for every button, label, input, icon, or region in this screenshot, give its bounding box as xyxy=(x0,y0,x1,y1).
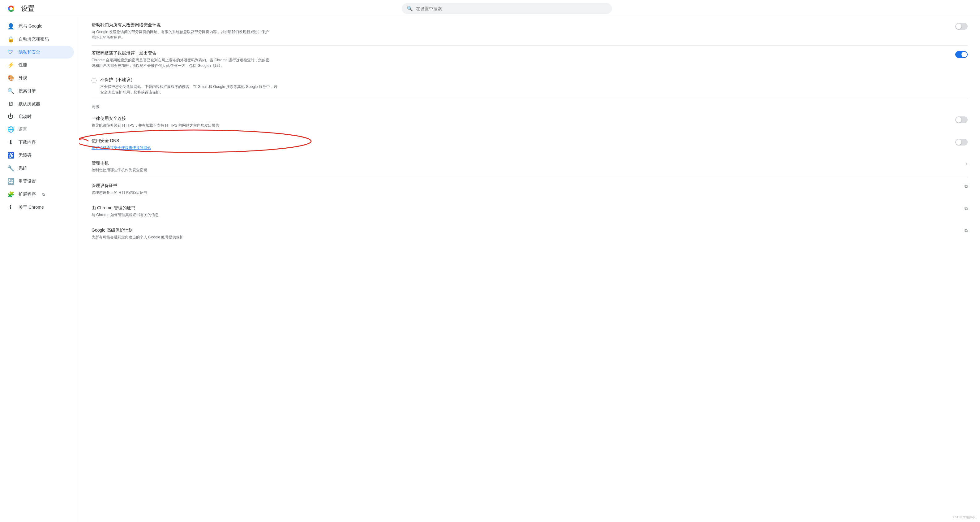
sidebar-item-appearance[interactable]: 🎨 外观 xyxy=(0,72,74,85)
sidebar: 👤 您与 Google 🔒 自动填充和密码 🛡 隐私和安全 ⚡ 性能 🎨 外观 … xyxy=(0,18,79,522)
secure-dns-desc: 确定如何通过安全连接来连接到网站 xyxy=(92,145,271,150)
network-security-title: 帮助我们为所有人改善网络安全环境 xyxy=(92,22,949,28)
secure-dns-title: 使用安全 DNS xyxy=(92,138,949,144)
sidebar-item-profile[interactable]: 👤 您与 Google xyxy=(0,20,74,33)
sidebar-item-languages[interactable]: 🌐 语言 xyxy=(0,123,74,136)
sidebar-label-system: 系统 xyxy=(19,166,27,171)
sidebar-icon-appearance: 🎨 xyxy=(8,75,14,81)
chrome-certs-desc: 与 Chrome 如何管理其根证书有关的信息 xyxy=(92,212,271,218)
sidebar-icon-extensions: 🧩 xyxy=(8,191,14,198)
search-bar: 🔍 xyxy=(402,3,612,14)
secure-dns-toggle[interactable] xyxy=(955,139,967,145)
no-protection-radio[interactable] xyxy=(92,78,97,83)
manage-certs-title: 管理设备证书 xyxy=(92,183,958,188)
sidebar-item-accessibility[interactable]: ♿ 无障碍 xyxy=(0,149,74,162)
https-only-toggle[interactable] xyxy=(955,117,967,123)
content-wrapper: 帮助我们为所有人改善网络安全环境 向 Google 发送您访问的部分网页的网址、… xyxy=(92,18,967,245)
sidebar-icon-performance: ⚡ xyxy=(8,62,14,69)
password-breach-title: 若密码遭遇了数据泄露，发出警告 xyxy=(92,51,949,56)
sidebar-label-downloads: 下载内容 xyxy=(19,140,36,145)
google-protection-desc: 为所有可能会遭到定向攻击的个人 Google 账号提供保护 xyxy=(92,235,271,240)
network-security-row: 帮助我们为所有人改善网络安全环境 向 Google 发送您访问的部分网页的网址、… xyxy=(92,18,967,46)
sidebar-item-reset[interactable]: 🔄 重置设置 xyxy=(0,175,74,188)
chrome-certs-title: 由 Chrome 管理的证书 xyxy=(92,205,958,211)
sidebar-item-autofill[interactable]: 🔒 自动填充和密码 xyxy=(0,33,74,46)
sidebar-label-extensions: 扩展程序 xyxy=(19,192,36,197)
sidebar-item-system[interactable]: 🔧 系统 xyxy=(0,162,74,175)
search-input[interactable] xyxy=(416,6,607,11)
svg-point-3 xyxy=(10,7,13,10)
sidebar-label-performance: 性能 xyxy=(19,62,27,68)
manage-phone-title: 管理手机 xyxy=(92,160,960,166)
sidebar-icon-languages: 🌐 xyxy=(8,126,14,133)
no-protection-row: 不保护（不建议） 不会保护您免受危险网站、下载内容和扩展程序的侵害。在 Gmai… xyxy=(92,73,967,99)
https-only-desc: 将导航路径升级到 HTTPS，并在加载不支持 HTTPS 的网站之前向您发出警告 xyxy=(92,123,271,128)
sidebar-label-reset: 重置设置 xyxy=(19,179,36,184)
manage-certs-external-icon: ⧉ xyxy=(964,184,967,189)
content-area: 帮助我们为所有人改善网络安全环境 向 Google 发送您访问的部分网页的网址、… xyxy=(79,18,980,522)
sidebar-label-about: 关于 Chrome xyxy=(19,205,44,210)
sidebar-item-startup[interactable]: ⏻ 启动时 xyxy=(0,110,74,123)
google-protection-row[interactable]: Google 高级保护计划 为所有可能会遭到定向攻击的个人 Google 账号提… xyxy=(92,223,967,245)
sidebar-icon-autofill: 🔒 xyxy=(8,36,14,43)
sidebar-label-default-browser: 默认浏览器 xyxy=(19,101,40,107)
password-breach-desc: Chrome 会定期检查您的密码是否已被列在网上发布的外泄密码列表内。当 Chr… xyxy=(92,57,271,69)
search-icon: 🔍 xyxy=(407,6,413,11)
chrome-logo xyxy=(6,4,16,14)
sidebar-label-appearance: 外观 xyxy=(19,75,27,81)
extensions-external-icon: ⧉ xyxy=(42,192,45,196)
password-breach-row: 若密码遭遇了数据泄露，发出警告 Chrome 会定期检查您的密码是否已被列在网上… xyxy=(92,46,967,73)
secure-dns-row: 使用安全 DNS 确定如何通过安全连接来连接到网站 xyxy=(92,133,967,155)
sidebar-item-performance[interactable]: ⚡ 性能 xyxy=(0,59,74,72)
no-protection-desc: 不会保护您免受危险网站、下载内容和扩展程序的侵害。在 Gmail 和 Googl… xyxy=(100,84,280,95)
sidebar-label-accessibility: 无障碍 xyxy=(19,153,32,158)
https-only-title: 一律使用安全连接 xyxy=(92,116,949,121)
sidebar-label-privacy: 隐私和安全 xyxy=(19,49,40,55)
sidebar-item-privacy[interactable]: 🛡 隐私和安全 xyxy=(0,46,74,59)
sidebar-icon-search: 🔍 xyxy=(8,88,14,94)
chrome-certs-external-icon: ⧉ xyxy=(964,206,967,211)
advanced-heading: 高级 xyxy=(92,99,967,111)
sidebar-item-default-browser[interactable]: 🖥 默认浏览器 xyxy=(0,97,74,110)
watermark: CSDN 学姐@小... xyxy=(953,515,977,519)
network-security-desc: 向 Google 发送您访问的部分网页的网址、有限的系统信息以及部分网页内容，以… xyxy=(92,29,271,40)
sidebar-icon-default-browser: 🖥 xyxy=(8,101,14,107)
sidebar-item-extensions[interactable]: 🧩 扩展程序 ⧉ xyxy=(0,188,74,201)
https-only-row: 一律使用安全连接 将导航路径升级到 HTTPS，并在加载不支持 HTTPS 的网… xyxy=(92,111,967,133)
sidebar-icon-privacy: 🛡 xyxy=(8,49,14,56)
sidebar-icon-accessibility: ♿ xyxy=(8,152,14,159)
sidebar-label-profile: 您与 Google xyxy=(19,24,42,29)
google-protection-title: Google 高级保护计划 xyxy=(92,228,958,233)
sidebar-item-downloads[interactable]: ⬇ 下载内容 xyxy=(0,136,74,149)
sidebar-icon-profile: 👤 xyxy=(8,23,14,30)
sidebar-label-languages: 语言 xyxy=(19,127,27,132)
sidebar-label-startup: 启动时 xyxy=(19,114,32,120)
sidebar-item-search[interactable]: 🔍 搜索引擎 xyxy=(0,85,74,97)
sidebar-icon-reset: 🔄 xyxy=(8,178,14,185)
sidebar-icon-system: 🔧 xyxy=(8,165,14,172)
chrome-certs-row[interactable]: 由 Chrome 管理的证书 与 Chrome 如何管理其根证书有关的信息 ⧉ xyxy=(92,200,967,223)
sidebar-icon-startup: ⏻ xyxy=(8,113,14,120)
sidebar-label-search: 搜索引擎 xyxy=(19,88,36,94)
page-title: 设置 xyxy=(21,4,35,13)
sidebar-icon-downloads: ⬇ xyxy=(8,139,14,146)
manage-phone-arrow-icon: › xyxy=(966,161,967,166)
manage-certs-row[interactable]: 管理设备证书 管理您设备上的 HTTPS/SSL 证书 ⧉ xyxy=(92,178,967,200)
password-breach-toggle[interactable] xyxy=(955,51,967,58)
google-protection-external-icon: ⧉ xyxy=(964,228,967,233)
network-security-toggle[interactable] xyxy=(955,23,967,30)
manage-certs-desc: 管理您设备上的 HTTPS/SSL 证书 xyxy=(92,190,271,195)
sidebar-label-autofill: 自动填充和密码 xyxy=(19,37,49,42)
manage-phone-desc: 控制您使用哪些手机作为安全密钥 xyxy=(92,167,271,173)
sidebar-item-about[interactable]: ℹ 关于 Chrome xyxy=(0,201,74,214)
manage-phone-row[interactable]: 管理手机 控制您使用哪些手机作为安全密钥 › xyxy=(92,155,967,178)
no-protection-title: 不保护（不建议） xyxy=(100,77,280,83)
sidebar-icon-about: ℹ xyxy=(8,204,14,211)
